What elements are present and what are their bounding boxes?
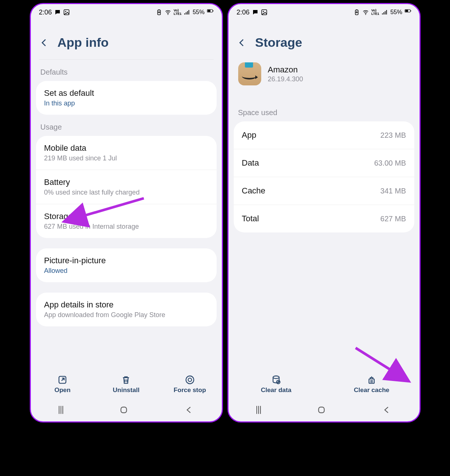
svg-point-21 <box>273 376 279 379</box>
item-title: Storage <box>44 212 208 221</box>
nav-home-icon[interactable] <box>317 405 326 415</box>
row-total: Total 627 MB <box>234 205 414 232</box>
nav-back-icon[interactable] <box>184 405 194 415</box>
page-header: Storage <box>229 20 420 59</box>
svg-point-4 <box>168 14 168 15</box>
item-title: Battery <box>44 177 208 187</box>
screen-storage: 2:06 Vo) LTE1 55% Storage Amazon 26.19.4… <box>227 3 421 423</box>
nav-recents-icon[interactable] <box>256 406 261 414</box>
svg-point-11 <box>188 378 191 381</box>
stop-icon <box>185 375 195 385</box>
volte-label: Vo) LTE1 <box>371 9 379 16</box>
svg-point-1 <box>65 11 66 12</box>
nav-home-icon[interactable] <box>119 405 129 415</box>
nav-back-icon[interactable] <box>382 405 392 415</box>
back-icon[interactable] <box>39 38 49 48</box>
svg-point-14 <box>263 11 264 12</box>
page-title: App info <box>58 35 109 50</box>
clear-cache-icon <box>366 375 377 385</box>
svg-rect-25 <box>318 407 324 413</box>
item-title: Picture-in-picture <box>44 256 208 265</box>
app-icon <box>238 62 261 85</box>
app-header: Amazon 26.19.4.300 <box>229 59 420 100</box>
row-key: Total <box>242 214 259 224</box>
svg-rect-12 <box>121 407 126 413</box>
action-label: Force stop <box>174 387 206 394</box>
wifi-icon <box>362 9 369 16</box>
pip-item[interactable]: Picture-in-picture Allowed <box>36 248 217 282</box>
row-val: 627 MB <box>381 215 406 223</box>
row-app: App 223 MB <box>234 121 414 149</box>
row-key: Data <box>242 158 259 168</box>
battery-percent: 55% <box>192 9 204 16</box>
svg-rect-3 <box>159 10 160 10</box>
store-card: App details in store App downloaded from… <box>36 293 217 326</box>
status-bar: 2:06 Vo) LTE1 55% <box>229 4 420 20</box>
action-label: Open <box>54 387 70 394</box>
item-title: App details in store <box>44 300 208 310</box>
battery-icon <box>207 9 214 16</box>
battery-item[interactable]: Battery 0% used since last fully charged <box>36 170 217 204</box>
clear-data-button[interactable]: Clear data <box>229 371 324 398</box>
defaults-card: Set as default In this app <box>36 81 217 115</box>
wifi-icon <box>165 9 171 16</box>
open-icon <box>57 375 68 385</box>
item-title: Mobile data <box>44 143 208 153</box>
app-version: 26.19.4.300 <box>268 75 303 83</box>
action-label: Clear data <box>261 387 291 394</box>
app-name: Amazon <box>268 65 303 75</box>
storage-item[interactable]: Storage 627 MB used in Internal storage <box>36 204 217 238</box>
row-key: App <box>242 130 256 140</box>
usage-card: Mobile data 219 MB used since 1 Jul Batt… <box>36 136 217 238</box>
chat-icon <box>54 9 61 16</box>
trash-icon <box>121 375 131 385</box>
svg-rect-19 <box>405 10 408 12</box>
section-space-used-label: Space used <box>229 100 420 121</box>
battery-icon <box>405 9 411 16</box>
image-icon <box>261 9 268 16</box>
row-cache: Cache 341 MB <box>234 177 414 205</box>
open-button[interactable]: Open <box>31 371 94 398</box>
chat-icon <box>252 9 259 16</box>
uninstall-button[interactable]: Uninstall <box>94 371 158 398</box>
svg-rect-20 <box>410 10 411 12</box>
set-as-default-item[interactable]: Set as default In this app <box>36 81 217 115</box>
row-data: Data 63.00 MB <box>234 149 414 177</box>
image-icon <box>63 9 70 16</box>
row-val: 223 MB <box>381 131 406 140</box>
action-bar: Clear data Clear cache <box>229 368 420 400</box>
nav-bar <box>31 400 222 421</box>
item-sub: 627 MB used in Internal storage <box>44 223 208 231</box>
item-title: Set as default <box>44 88 208 98</box>
item-sub: App downloaded from Google Play Store <box>44 311 208 319</box>
page-title: Storage <box>255 35 302 50</box>
signal-icon <box>184 9 190 16</box>
svg-point-10 <box>186 376 194 384</box>
row-val: 63.00 MB <box>374 159 406 167</box>
signal-icon <box>381 9 388 16</box>
mobile-data-item[interactable]: Mobile data 219 MB used since 1 Jul <box>36 136 217 170</box>
battery-saver-icon <box>156 9 162 16</box>
page-header: App info <box>31 20 222 59</box>
battery-percent: 55% <box>390 9 402 16</box>
row-val: 341 MB <box>381 187 406 195</box>
svg-rect-16 <box>356 10 357 10</box>
nav-bar <box>229 400 420 421</box>
section-usage-label: Usage <box>31 115 222 136</box>
back-icon[interactable] <box>237 38 246 48</box>
action-label: Uninstall <box>113 387 140 394</box>
item-sub: 0% used since last fully charged <box>44 189 208 196</box>
force-stop-button[interactable]: Force stop <box>158 371 221 398</box>
space-used-card: App 223 MB Data 63.00 MB Cache 341 MB To… <box>234 121 414 232</box>
status-time: 2:06 <box>237 9 250 16</box>
nav-recents-icon[interactable] <box>59 406 63 414</box>
store-item[interactable]: App details in store App downloaded from… <box>36 293 217 326</box>
clear-cache-button[interactable]: Clear cache <box>324 371 420 398</box>
svg-rect-7 <box>213 10 213 12</box>
volte-label: Vo) LTE1 <box>174 9 181 16</box>
battery-saver-icon <box>353 9 360 16</box>
status-bar: 2:06 Vo) LTE1 55% <box>31 4 222 20</box>
action-bar: Open Uninstall Force stop <box>31 368 222 400</box>
section-defaults-label: Defaults <box>31 60 222 81</box>
row-key: Cache <box>242 186 266 196</box>
